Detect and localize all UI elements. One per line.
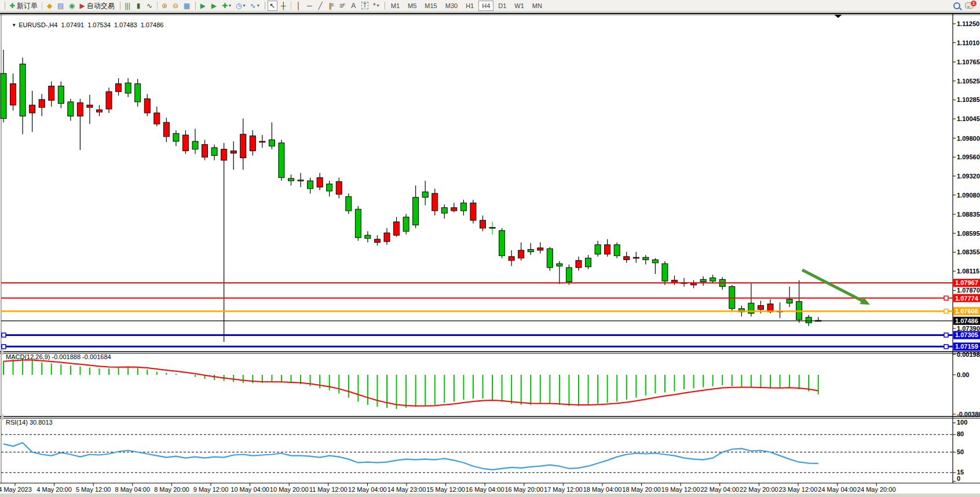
line-handle[interactable] [944, 333, 948, 337]
timeframe-d1-button[interactable]: D1 [495, 1, 510, 11]
candle [87, 95, 93, 124]
indicators-icon: ✚ [222, 1, 228, 11]
bar-chart-button[interactable]: ||| [123, 1, 133, 11]
profiles-button[interactable]: ◆ [45, 1, 54, 11]
line-chart-button[interactable]: ∿ [145, 1, 155, 11]
vertical-line-icon: │ [296, 1, 301, 11]
time-axis[interactable]: 4 May 20234 May 20:005 May 12:008 May 04… [0, 483, 896, 493]
svg-text:11 May 12:00: 11 May 12:00 [309, 486, 348, 493]
candle [10, 74, 16, 111]
text-button[interactable]: A [349, 1, 359, 11]
trend-arrow-annotation[interactable] [802, 270, 870, 305]
new-order-button[interactable]: ✚新订单 [8, 1, 39, 11]
candle [441, 204, 447, 219]
chart-info-line: ▼EURUSD-,H41.074911.075341.074831.07486 [5, 14, 167, 35]
crosshair-button[interactable]: ┼ [279, 1, 288, 11]
timeframe-m1-button[interactable]: M1 [387, 1, 403, 11]
candle [288, 174, 294, 185]
horizontal-line-1.07305[interactable]: 1.07305 [1, 331, 980, 339]
toolbar-grip[interactable] [262, 2, 265, 10]
line-chart-icon: ∿ [147, 1, 152, 11]
zoom-in-button[interactable]: ⊕ [160, 1, 170, 11]
rsi-pane: 1008050150 [1, 419, 967, 482]
macd-pane: 0.0019820.00-0.003804 [3, 351, 980, 418]
auto-scroll-button[interactable]: ▶ [198, 1, 208, 11]
horizontal-line-1.07608[interactable]: 1.07608 [1, 307, 980, 315]
signals-button[interactable]: ◉ [67, 1, 76, 11]
icon-subscript: E [331, 0, 334, 10]
timeframe-m15-button[interactable]: M15 [421, 1, 440, 11]
line-handle[interactable] [2, 333, 6, 337]
periods-button[interactable]: ◷▾ [234, 1, 247, 11]
notifications-button[interactable]: 1 [963, 1, 975, 11]
ohlc-collapse-icon[interactable]: ▼ [12, 23, 16, 28]
zoom-out-button[interactable]: ⊖ [171, 1, 181, 11]
chart-canvas[interactable]: 1.112501.110101.107651.105251.102851.100… [0, 0, 980, 497]
vertical-line-button[interactable]: │ [294, 1, 303, 11]
toolbar-separator [291, 2, 291, 10]
candle [231, 141, 236, 170]
candle [605, 239, 610, 257]
timeframe-m30-button[interactable]: M30 [442, 1, 461, 11]
equidistant-channel-button[interactable]: ∥E [327, 1, 337, 11]
line-handle[interactable] [944, 296, 948, 300]
candle [202, 140, 208, 160]
svg-text:1.10525: 1.10525 [957, 78, 980, 85]
timeframe-h1-button[interactable]: H1 [462, 1, 477, 11]
toolbar-separator [157, 2, 158, 10]
horizontal-line-button[interactable]: ─ [305, 1, 315, 11]
svg-text:1.07390: 1.07390 [957, 325, 980, 332]
svg-text:4 May 20:00: 4 May 20:00 [36, 486, 72, 493]
dropdown-caret-icon: ▾ [257, 1, 259, 11]
svg-text:24 May 20:00: 24 May 20:00 [857, 486, 896, 493]
cursor-button[interactable]: ↖ [268, 1, 277, 11]
horizontal-line-1.07159[interactable]: 1.07159 [1, 342, 980, 350]
text-icon: A [351, 1, 356, 11]
autotrading-button[interactable]: ▶自动交易 [78, 1, 116, 11]
periods-icon: ◷ [236, 1, 242, 11]
templates-button[interactable]: ∿▾ [248, 1, 261, 11]
toolbar-grip[interactable] [382, 2, 385, 10]
candle [211, 144, 217, 160]
candle [336, 178, 342, 198]
candle [30, 91, 35, 132]
line-handle[interactable] [2, 345, 6, 349]
trendline-button[interactable]: ╱ [316, 1, 326, 11]
candle [269, 122, 275, 149]
arrows-tool-button[interactable]: *▾ [371, 1, 381, 11]
arrows-tool-icon: * [373, 1, 376, 11]
search-button[interactable] [952, 1, 962, 11]
horizontal-line-1.07774[interactable]: 1.07774 [1, 294, 980, 302]
toolbar-grip[interactable] [193, 2, 196, 10]
line-handle[interactable] [944, 345, 948, 349]
text-label-icon: T [361, 2, 368, 9]
depth-of-market-button[interactable]: ▤ [56, 1, 65, 11]
macd-signal-line [3, 360, 818, 405]
tile-windows-button[interactable]: ▦ [182, 1, 192, 11]
candle [662, 261, 668, 285]
candle [489, 222, 495, 235]
candlestick-chart-button[interactable]: ▮ [134, 1, 144, 11]
timeframe-mn-button[interactable]: MN [529, 1, 546, 11]
chart-shift-marker[interactable] [834, 14, 842, 18]
line-handle[interactable] [944, 309, 948, 313]
ohlc-close: 1.07486 [141, 21, 164, 28]
signals-icon: ◉ [69, 1, 75, 11]
chart-shift-button[interactable]: ▶ [209, 1, 219, 11]
fibonacci-button[interactable]: ≡F [338, 1, 348, 11]
toolbar-grip[interactable] [118, 2, 120, 10]
timeframe-m5-button[interactable]: M5 [404, 1, 420, 11]
svg-text:1.07159: 1.07159 [955, 343, 978, 350]
candle [250, 130, 255, 156]
chat-bubble-icon: 1 [965, 2, 974, 9]
svg-text:15 May 12:00: 15 May 12:00 [426, 486, 465, 493]
candle [413, 185, 419, 228]
svg-text:1.11010: 1.11010 [957, 39, 979, 46]
svg-text:1.09320: 1.09320 [957, 173, 980, 180]
timeframe-h4-button[interactable]: H4 [478, 1, 493, 11]
indicators-button[interactable]: ✚▾ [220, 1, 233, 11]
timeframe-w1-button[interactable]: W1 [511, 1, 528, 11]
dropdown-caret-icon: ▾ [229, 1, 231, 11]
toolbar-grip[interactable] [2, 2, 5, 10]
text-label-button[interactable]: T [360, 1, 370, 11]
